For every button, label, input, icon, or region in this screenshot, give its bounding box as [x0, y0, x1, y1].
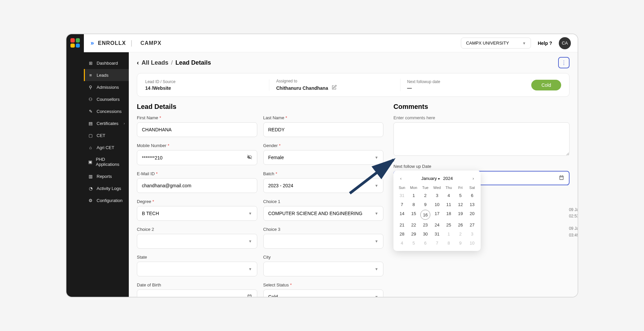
calendar-icon[interactable]	[559, 175, 564, 181]
calendar-day[interactable]: 15	[408, 209, 420, 220]
sidebar-item-label: CET	[97, 133, 105, 138]
calendar-day[interactable]: 7	[431, 239, 443, 248]
calendar-day[interactable]: 22	[408, 220, 420, 229]
calendar-day[interactable]: 17	[431, 209, 443, 220]
calendar-day[interactable]: 16	[420, 209, 431, 220]
calendar-day[interactable]: 8	[408, 200, 420, 209]
calendar-month[interactable]: January ▾	[421, 176, 440, 181]
calendar-day[interactable]: 9	[420, 200, 431, 209]
choice3-select[interactable]: ▼	[263, 234, 384, 249]
calendar-day[interactable]: 5	[454, 191, 466, 200]
calendar-day[interactable]: 8	[443, 239, 454, 248]
city-select[interactable]: ▼	[263, 262, 384, 276]
app-switcher-icon[interactable]	[70, 38, 80, 48]
sidebar-item-phd-applications[interactable]: ▣PHD Applications	[84, 153, 129, 170]
mobile-label: Mobile Number *	[137, 143, 257, 148]
sidebar-item-configuration[interactable]: ⚙Configuration	[84, 194, 129, 206]
brand-separator: |	[130, 39, 132, 47]
comment-date-1: 09 January, 2024	[569, 226, 578, 231]
last-name-input[interactable]: REDDY	[263, 122, 384, 137]
calendar-day[interactable]: 30	[420, 229, 431, 239]
calendar-day[interactable]: 28	[396, 229, 408, 239]
calendar-day[interactable]: 7	[396, 200, 408, 209]
calendar-day[interactable]: 6	[420, 239, 431, 248]
calendar-day[interactable]: 27	[466, 220, 478, 229]
sidebar-item-certificates[interactable]: ▤Certificates›	[84, 117, 129, 129]
degree-label: Degree *	[137, 199, 257, 204]
configuration-icon: ⚙	[88, 198, 93, 203]
breadcrumb-all-leads[interactable]: All Leads	[142, 59, 168, 66]
calendar-day[interactable]: 3	[466, 229, 478, 239]
calendar-day[interactable]: 14	[396, 209, 408, 220]
date-picker-popup: ‹ January ▾ 2024 › SunMonTueWedThuFriSat…	[393, 171, 481, 251]
sidebar-item-dashboard[interactable]: ⊞Dashboard	[84, 57, 129, 69]
comment-time-1: 03:49 PM	[569, 233, 578, 238]
calendar-day[interactable]: 24	[431, 220, 443, 229]
calendar-day[interactable]: 1	[443, 229, 454, 239]
back-icon[interactable]: ‹	[137, 59, 139, 66]
assigned-label: Assigned to	[276, 79, 393, 83]
dob-input[interactable]	[137, 289, 257, 297]
chevron-right-icon: ›	[124, 122, 125, 125]
calendar-day[interactable]: 6	[466, 191, 478, 200]
calendar-day[interactable]: 2	[420, 191, 431, 200]
calendar-day[interactable]: 23	[420, 220, 431, 229]
sidebar-item-activity-logs[interactable]: ◔Activity Logs	[84, 182, 129, 194]
calendar-day[interactable]: 19	[454, 209, 466, 220]
calendar-day[interactable]: 13	[466, 200, 478, 209]
calendar-day[interactable]: 31	[431, 229, 443, 239]
status-select[interactable]: Cold▼	[263, 289, 384, 297]
choice2-label: Choice 2	[137, 227, 257, 232]
calendar-day[interactable]: 3	[431, 191, 443, 200]
sidebar-item-concessions[interactable]: ✎Concessions	[84, 105, 129, 117]
degree-select[interactable]: B TECH▼	[137, 206, 257, 221]
university-select[interactable]: CAMPX UNIVERSITY ▼	[461, 38, 531, 49]
status-pill[interactable]: Cold	[531, 80, 561, 90]
visibility-off-icon[interactable]	[247, 154, 252, 161]
calendar-icon[interactable]	[247, 294, 252, 297]
calendar-dow: Wed	[431, 184, 443, 191]
comments-textarea[interactable]	[393, 122, 570, 156]
calendar-day[interactable]: 20	[466, 209, 478, 220]
calendar-day[interactable]: 26	[454, 220, 466, 229]
sidebar-item-cet[interactable]: ▢CET	[84, 129, 129, 141]
calendar-day[interactable]: 4	[396, 239, 408, 248]
avatar[interactable]: CA	[559, 37, 571, 49]
calendar-day[interactable]: 12	[454, 200, 466, 209]
email-input[interactable]: chandhana@gmail.com	[137, 178, 257, 193]
calendar-day[interactable]: 10	[466, 239, 478, 248]
calendar-day[interactable]: 4	[443, 191, 454, 200]
calendar-day[interactable]: 25	[443, 220, 454, 229]
calendar-day[interactable]: 5	[408, 239, 420, 248]
sidebar-item-reports[interactable]: ▥Reports	[84, 170, 129, 182]
edit-assigned-icon[interactable]	[331, 85, 337, 91]
next-month-button[interactable]: ›	[471, 175, 476, 182]
help-link[interactable]: Help ?	[538, 41, 552, 46]
calendar-year[interactable]: 2024	[443, 176, 453, 181]
sidebar-item-counsellors[interactable]: ⚇Counsellors	[84, 93, 129, 105]
more-actions-button[interactable]: ⋮	[558, 57, 570, 68]
calendar-day[interactable]: 1	[408, 191, 420, 200]
more-vertical-icon: ⋮	[561, 60, 567, 66]
calendar-day[interactable]: 21	[396, 220, 408, 229]
sidebar-item-admissions[interactable]: ⚲Admissions	[84, 81, 129, 93]
calendar-day[interactable]: 10	[431, 200, 443, 209]
sidebar-item-leads[interactable]: ≡Leads	[84, 69, 129, 81]
prev-month-button[interactable]: ‹	[398, 175, 404, 182]
calendar-day[interactable]: 18	[443, 209, 454, 220]
enrollx-logo-icon: »	[91, 40, 94, 47]
first-name-input[interactable]: CHANDHANA	[137, 122, 257, 137]
sidebar-item-agri-cet[interactable]: ⌂Agri CET	[84, 141, 129, 153]
sidebar-item-label: Reports	[97, 174, 112, 179]
calendar-day[interactable]: 2	[454, 229, 466, 239]
calendar-day[interactable]: 29	[408, 229, 420, 239]
gender-select[interactable]: Female▼	[263, 150, 384, 165]
batch-select[interactable]: 2023 - 2024▼	[263, 178, 384, 193]
calendar-day[interactable]: 11	[443, 200, 454, 209]
calendar-day[interactable]: 31	[396, 191, 408, 200]
choice1-select[interactable]: COMPUTER SCIENCE AND ENGINEERING▼	[263, 206, 384, 221]
mobile-input[interactable]: *******210	[137, 150, 257, 165]
state-select[interactable]: ▼	[137, 262, 257, 276]
calendar-day[interactable]: 9	[454, 239, 466, 248]
choice2-select[interactable]: ▼	[137, 234, 257, 249]
